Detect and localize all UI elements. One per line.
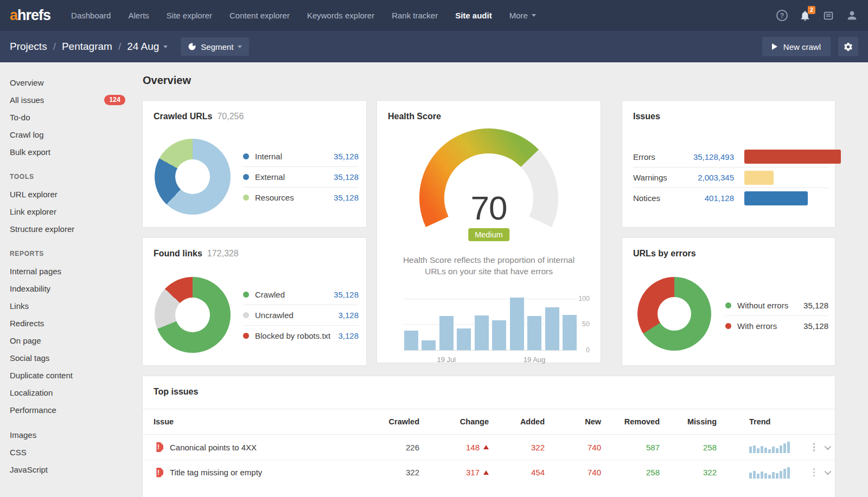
legend-dot: [243, 312, 249, 318]
sidebar-item-indexability[interactable]: Indexability: [0, 280, 137, 297]
column-header-removed: Removed: [601, 417, 660, 426]
expand-row-chevron-icon[interactable]: [825, 443, 832, 450]
legend-label: Blocked by robots.txt: [255, 331, 330, 340]
sidebar-item-label: Internal pages: [10, 267, 61, 276]
change-cell[interactable]: 317: [419, 468, 489, 477]
trend-sparkline: [749, 467, 798, 479]
legend-value[interactable]: 35,128: [334, 172, 359, 182]
spark-bar: [772, 472, 775, 479]
column-header-added: Added: [489, 417, 545, 426]
added-count-link[interactable]: 454: [489, 468, 545, 477]
sidebar-group: TOOLSURL explorerLink explorerStructure …: [0, 168, 137, 237]
trend-cell: [717, 441, 798, 453]
sidebar-group: REPORTSInternal pagesIndexabilityLinksRe…: [0, 245, 137, 418]
project-header-bar: Projects / Pentagram / 24 Aug Segment Ne…: [0, 31, 868, 62]
expand-row-chevron-icon[interactable]: [825, 468, 832, 475]
legend-value[interactable]: 35,128: [334, 152, 359, 161]
missing-count-link[interactable]: 322: [660, 468, 717, 477]
removed-count-link[interactable]: 258: [601, 468, 660, 477]
sidebar-item-social-tags[interactable]: Social tags: [0, 349, 137, 366]
row-menu-icon[interactable]: [812, 467, 817, 479]
settings-gear-icon[interactable]: [838, 37, 858, 56]
page-title: Overview: [143, 74, 191, 87]
legend-value[interactable]: 35,128: [334, 290, 359, 299]
sidebar-item-css[interactable]: CSS: [0, 443, 137, 461]
legend-value[interactable]: 35,128: [334, 193, 359, 202]
issue-name-link[interactable]: !Title tag missing or empty: [154, 468, 371, 477]
sidebar-item-javascript[interactable]: JavaScript: [0, 461, 137, 478]
severity-count-link[interactable]: 401,128: [682, 193, 734, 203]
crawled-urls-donut-chart: [155, 139, 231, 215]
nav-item-site-explorer[interactable]: Site explorer: [158, 0, 221, 31]
missing-count-link[interactable]: 258: [660, 443, 717, 452]
sidebar-item-structure-explorer[interactable]: Structure explorer: [0, 220, 137, 237]
sidebar-item-internal-pages[interactable]: Internal pages: [0, 262, 137, 280]
notifications-bell-icon[interactable]: 2: [799, 10, 811, 22]
trend-cell: [717, 467, 798, 479]
sidebar-item-performance[interactable]: Performance: [0, 401, 137, 418]
ahrefs-logo[interactable]: a hrefs: [10, 7, 50, 24]
legend-item: With errors35,128: [725, 315, 828, 336]
x-axis-label: 19 Jul: [437, 356, 456, 364]
crawl-date-selector[interactable]: 24 Aug: [127, 41, 168, 53]
sidebar-item-label: Social tags: [10, 353, 49, 363]
sidebar-section-reports: REPORTS: [0, 245, 137, 262]
issues-count-badge: 124: [104, 95, 125, 105]
spark-bar: [787, 442, 790, 453]
sidebar-item-to-do[interactable]: To-do: [0, 108, 137, 126]
breadcrumb-project-name[interactable]: Pentagram: [62, 41, 112, 53]
sidebar-item-redirects[interactable]: Redirects: [0, 314, 137, 332]
removed-count-link[interactable]: 587: [601, 443, 660, 452]
legend-value[interactable]: 3,128: [338, 311, 359, 320]
issue-name-label: Title tag missing or empty: [170, 468, 262, 477]
nav-item-more[interactable]: More: [501, 0, 545, 31]
row-menu-icon[interactable]: [812, 441, 817, 453]
sidebar-item-all-issues[interactable]: All issues124: [0, 91, 137, 108]
sidebar-item-images[interactable]: Images: [0, 426, 137, 443]
sidebar-item-url-explorer[interactable]: URL explorer: [0, 185, 137, 203]
sidebar-item-crawl-log[interactable]: Crawl log: [0, 126, 137, 143]
spark-bar: [764, 448, 767, 453]
nav-item-alerts[interactable]: Alerts: [119, 0, 157, 31]
feedback-message-icon[interactable]: [822, 10, 834, 22]
legend-value[interactable]: 3,128: [338, 331, 359, 340]
user-avatar-icon[interactable]: [846, 9, 858, 22]
issue-name-link[interactable]: !Canonical points to 4XX: [154, 442, 371, 452]
sidebar-item-links[interactable]: Links: [0, 297, 137, 314]
help-icon[interactable]: ?: [776, 10, 788, 21]
nav-item-keywords-explorer[interactable]: Keywords explorer: [298, 0, 383, 31]
sidebar-item-bulk-export[interactable]: Bulk export: [0, 143, 137, 160]
nav-item-dashboard[interactable]: Dashboard: [62, 0, 119, 31]
nav-item-content-explorer[interactable]: Content explorer: [221, 0, 298, 31]
gear-glyph: [843, 42, 853, 52]
new-count-link[interactable]: 740: [545, 443, 601, 452]
sidebar-item-label: URL explorer: [10, 190, 58, 199]
sidebar-item-localization[interactable]: Localization: [0, 384, 137, 401]
sidebar-item-label: Performance: [10, 405, 56, 415]
spark-bar: [780, 471, 782, 479]
legend-label: Without errors: [737, 301, 788, 310]
nav-item-rank-tracker[interactable]: Rank tracker: [383, 0, 446, 31]
legend-label: Internal: [255, 152, 282, 161]
sidebar-item-label: Indexability: [10, 284, 50, 293]
severity-bar-track: [744, 191, 829, 205]
segment-button[interactable]: Segment: [181, 37, 249, 56]
sidebar-item-overview[interactable]: Overview: [0, 74, 137, 91]
nav-item-label: Content explorer: [229, 0, 290, 31]
card-title: Top issues: [154, 387, 198, 397]
sidebar-item-on-page[interactable]: On page: [0, 332, 137, 349]
new-crawl-button[interactable]: New crawl: [762, 37, 831, 56]
severity-count-link[interactable]: 35,128,493: [682, 152, 734, 162]
sidebar-item-link-explorer[interactable]: Link explorer: [0, 203, 137, 220]
added-count-link[interactable]: 322: [489, 443, 545, 452]
top-issues-table-body: !Canonical points to 4XX2261483227405872…: [143, 435, 835, 485]
card-total: 70,256: [217, 112, 244, 121]
breadcrumb-projects-link[interactable]: Projects: [10, 41, 47, 53]
new-count-link[interactable]: 740: [545, 468, 601, 477]
history-bar: [545, 307, 559, 350]
severity-count-link[interactable]: 2,003,345: [682, 173, 734, 182]
change-cell[interactable]: 148: [419, 443, 489, 452]
nav-item-label: More: [509, 0, 528, 31]
sidebar-item-duplicate-content[interactable]: Duplicate content: [0, 366, 137, 384]
nav-item-site-audit[interactable]: Site audit: [446, 0, 501, 31]
